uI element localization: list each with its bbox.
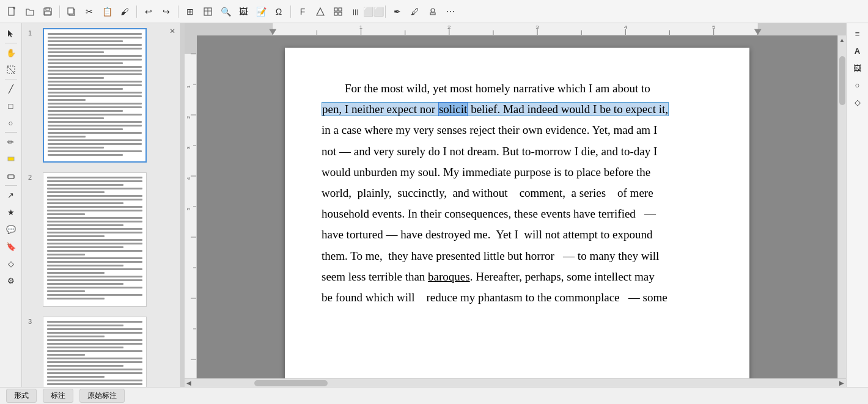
scrollbar-thumb[interactable] <box>839 56 845 105</box>
scroll-up-button[interactable]: ▲ <box>838 35 847 44</box>
svg-rect-44 <box>185 35 197 54</box>
thumb-line <box>47 224 123 226</box>
text-line-6: world, plainly, succinctly, and without … <box>322 183 713 204</box>
thumb-line <box>47 279 142 281</box>
rect-tool[interactable]: □ <box>2 98 20 114</box>
highlight-tool[interactable] <box>2 151 20 167</box>
text-line-11: be found which will reduce my phantasm t… <box>322 287 713 308</box>
thumb-line <box>47 199 142 200</box>
more-tools-button[interactable]: ⋯ <box>442 4 459 20</box>
line-tool[interactable]: ╱ <box>2 81 20 97</box>
image-button[interactable]: 🖼 <box>235 4 252 20</box>
format-button[interactable] <box>329 4 347 20</box>
highlight-button[interactable]: 🖊 <box>406 4 424 20</box>
stamp-button[interactable] <box>424 4 441 20</box>
symbols-button[interactable]: Ω <box>270 4 287 20</box>
thumbnail-1[interactable]: 1 <box>22 23 180 167</box>
right-panel-image-button[interactable]: 🖼 <box>849 60 866 76</box>
select-tool[interactable] <box>2 26 20 42</box>
thumb-line <box>48 136 86 138</box>
thumb-line <box>47 347 123 348</box>
thumb-line <box>47 191 105 193</box>
status-tab-original[interactable]: 原始标注 <box>79 389 125 403</box>
text-line-5: would unburden my soul. My immediate pur… <box>322 162 713 183</box>
zoom-button[interactable]: 🔍 <box>217 4 234 20</box>
svg-rect-4 <box>45 12 51 15</box>
status-tab-biaozhu[interactable]: 标注 <box>43 389 73 403</box>
thumb-line <box>47 257 142 259</box>
circle-tool[interactable]: ○ <box>2 115 20 131</box>
eraser-tool[interactable] <box>2 168 20 184</box>
thumb-img-2 <box>43 172 147 307</box>
status-tab-xingshi[interactable]: 形式 <box>6 389 37 403</box>
svg-text:4: 4 <box>624 24 628 30</box>
right-panel-circle-button[interactable]: ○ <box>849 77 866 93</box>
scroll-tool[interactable]: ✋ <box>2 45 20 61</box>
grid-view-button[interactable]: ⊞ <box>182 4 199 20</box>
pages-button[interactable]: ⬜⬜ <box>365 4 382 20</box>
thumb-line <box>47 202 123 204</box>
thumb-line <box>47 380 142 381</box>
bookmark-tool[interactable]: 🔖 <box>2 238 20 254</box>
draw-button[interactable] <box>312 4 329 20</box>
format-painter[interactable]: 🖌 <box>116 4 133 20</box>
vertical-ruler: 1 2 3 4 5 <box>185 35 197 378</box>
columns-button[interactable]: ⫼ <box>347 4 364 20</box>
thumb-line <box>47 343 142 345</box>
comment-tool[interactable]: 💬 <box>2 221 20 237</box>
thumb-line <box>47 213 85 215</box>
arrow-tool[interactable]: ↗ <box>2 187 20 203</box>
table-button[interactable] <box>199 4 216 20</box>
text-box-button[interactable]: 📝 <box>252 4 270 20</box>
thumbnail-3[interactable]: 3 <box>22 312 180 387</box>
word-highlight-solicit: solicit <box>438 102 468 116</box>
thumb-line <box>47 261 142 263</box>
right-panel-diamond-button[interactable]: ◇ <box>849 94 866 110</box>
new-button[interactable] <box>4 4 21 20</box>
thumb-line <box>47 228 142 230</box>
svg-text:5: 5 <box>712 24 716 30</box>
thumb-line <box>47 232 142 233</box>
paste-button[interactable]: 📋 <box>98 4 116 20</box>
scroll-left-button[interactable]: ◀ <box>185 379 193 387</box>
toolbar-undo-group: ↩ ↪ <box>140 4 175 20</box>
main-layout: ✋ ╱ □ ○ ✏ ↗ ★ 💬 🔖 ◇ ⚙ ✕ 1 <box>0 23 868 387</box>
document-scroll-area[interactable]: For the most wild, yet most homely narra… <box>197 35 837 378</box>
thumb-line <box>47 283 123 285</box>
thumb-line <box>48 81 142 83</box>
thumb-line <box>48 128 123 130</box>
thumb-line <box>47 250 142 252</box>
save-dropdown-button[interactable] <box>39 4 56 20</box>
thumb-line <box>47 298 105 299</box>
thumb-line <box>47 268 142 270</box>
select-content-tool[interactable] <box>2 62 20 78</box>
thumb-line <box>48 121 142 123</box>
underline-text: baroques <box>428 270 470 283</box>
copy-button[interactable] <box>63 4 80 20</box>
svg-rect-19 <box>8 157 14 161</box>
thumbnail-2[interactable]: 2 <box>22 167 180 312</box>
field-button[interactable]: F <box>294 4 311 20</box>
thumb-line <box>47 254 85 255</box>
thumb-line <box>47 361 142 363</box>
pencil-tool[interactable]: ✏ <box>2 134 20 150</box>
h-scroll-track <box>193 380 837 386</box>
thumb-line <box>47 206 142 208</box>
right-panel-lines-button[interactable]: ≡ <box>849 26 866 42</box>
thumb-line <box>48 106 142 108</box>
h-scrollbar-thumb[interactable] <box>254 380 328 386</box>
thumb-line <box>47 376 105 378</box>
redo-button[interactable]: ↪ <box>158 4 175 20</box>
diamond-tool[interactable]: ◇ <box>2 255 20 271</box>
undo-button[interactable]: ↩ <box>140 4 157 20</box>
pen-tool-button[interactable]: ✒ <box>389 4 406 20</box>
cut-button[interactable]: ✂ <box>81 4 98 20</box>
text-line-10: seem less terrible than baroques. Hereaf… <box>322 266 713 287</box>
thumbnails-close-button[interactable]: ✕ <box>167 26 178 37</box>
open-button[interactable] <box>21 4 39 20</box>
right-panel-font-button[interactable]: A <box>849 43 866 59</box>
settings-tool[interactable]: ⚙ <box>2 273 20 288</box>
scroll-right-button[interactable]: ▶ <box>837 379 846 387</box>
star-tool[interactable]: ★ <box>2 204 20 220</box>
thumb-line <box>47 243 142 244</box>
